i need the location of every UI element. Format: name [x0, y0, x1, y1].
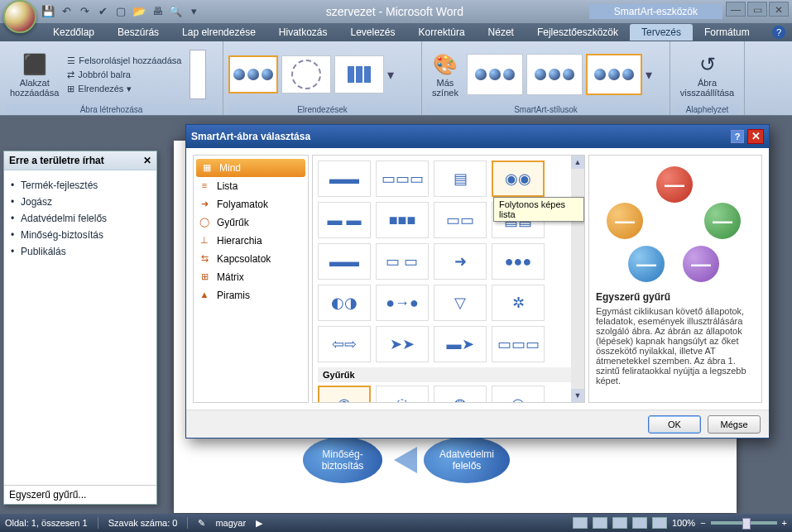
ok-button[interactable]: OK: [648, 415, 701, 434]
status-proofing-icon[interactable]: ✎: [198, 518, 205, 529]
open-icon[interactable]: 📂: [132, 5, 146, 18]
save-icon[interactable]: 💾: [41, 5, 55, 18]
qat-dropdown-icon[interactable]: ▾: [187, 5, 200, 18]
gallery-item[interactable]: ✲: [492, 285, 545, 321]
textpane-item[interactable]: Jogász: [9, 194, 151, 210]
style-option-3[interactable]: [586, 54, 642, 95]
layouts-more-icon[interactable]: ▾: [387, 67, 399, 83]
new-doc-icon[interactable]: ▢: [114, 5, 127, 18]
category-all[interactable]: ▦Mind: [196, 159, 305, 177]
smartart-node-privacy[interactable]: Adatvédelmi felelős: [424, 437, 510, 483]
gallery-item-selected[interactable]: ◉: [318, 386, 371, 403]
status-language[interactable]: magyar: [215, 518, 246, 528]
textpane-item[interactable]: Termék-fejlesztés: [9, 177, 151, 194]
layout-button[interactable]: ⊞Elrendezés ▾: [67, 83, 181, 95]
gallery-item[interactable]: ▭▭: [434, 202, 487, 238]
textpane-toggle[interactable]: [190, 50, 206, 99]
print-icon[interactable]: 🖶: [151, 5, 164, 18]
scroll-up-icon[interactable]: ▲: [571, 156, 584, 169]
gallery-item[interactable]: ●→●: [376, 285, 429, 321]
category-hierarchy[interactable]: ⊥Hierarchia: [194, 232, 308, 250]
zoom-out-icon[interactable]: −: [700, 518, 705, 528]
gallery-scrollbar[interactable]: ▲ ▼: [571, 156, 584, 402]
view-draft-button[interactable]: [652, 517, 667, 529]
tab-insert[interactable]: Beszúrás: [106, 24, 170, 41]
layout-gallery: ▬▬ ▭▭▭ ▤ ◉◉ ▬ ▬ ■■■ ▭▭ ▤▤ ▬▬ ▭ ▭ ➜ ●●● ◐…: [312, 155, 585, 403]
gallery-item[interactable]: ▭▭▭: [492, 326, 545, 362]
gallery-item[interactable]: ▭ ▭: [376, 243, 429, 280]
undo-icon[interactable]: ↶: [60, 5, 73, 18]
view-fullscreen-button[interactable]: [593, 517, 607, 529]
style-option-2[interactable]: [526, 54, 583, 95]
gallery-item[interactable]: ⇦⇨: [318, 326, 371, 362]
textpane-close-icon[interactable]: ✕: [143, 155, 151, 166]
zoom-in-icon[interactable]: +: [782, 518, 787, 528]
tab-format[interactable]: Formátum: [693, 24, 761, 41]
gallery-item[interactable]: ◌: [376, 386, 429, 403]
gallery-item[interactable]: ➤➤: [376, 326, 429, 362]
gallery-item[interactable]: ▽: [434, 285, 487, 321]
office-button[interactable]: [3, 0, 36, 33]
minimize-button[interactable]: —: [726, 2, 746, 17]
dialog-help-icon[interactable]: ?: [731, 130, 744, 143]
textpane-item[interactable]: Adatvédelmi felelős: [9, 210, 151, 227]
status-macro-icon[interactable]: ▶: [256, 518, 262, 529]
view-outline-button[interactable]: [632, 517, 647, 529]
layout-option-1[interactable]: [228, 55, 278, 93]
status-page[interactable]: Oldal: 1, összesen 1: [5, 518, 88, 528]
help-icon[interactable]: ?: [772, 26, 785, 39]
zoom-level[interactable]: 100%: [672, 518, 695, 528]
status-words[interactable]: Szavak száma: 0: [108, 518, 178, 528]
textpane-item[interactable]: Minőség-biztosítás: [9, 227, 151, 243]
zoom-slider[interactable]: [711, 521, 777, 525]
gallery-item[interactable]: ■■■: [376, 202, 429, 238]
reset-graphic-button[interactable]: ↺ Ábra visszaállítása: [675, 50, 739, 99]
tab-design[interactable]: Tervezés: [630, 24, 693, 41]
gallery-item[interactable]: ●●●: [492, 243, 545, 280]
textpane-item[interactable]: Publikálás: [9, 243, 151, 260]
gallery-item[interactable]: ▬ ▬: [318, 202, 371, 238]
add-bullet-button[interactable]: ☰Felsorolásjel hozzáadása: [67, 55, 181, 67]
layout-option-2[interactable]: [281, 55, 331, 93]
gallery-item[interactable]: ▬▬: [318, 161, 371, 197]
gallery-item[interactable]: ▭▭▭: [376, 161, 429, 197]
view-printlayout-button[interactable]: [573, 517, 588, 529]
tab-view[interactable]: Nézet: [477, 24, 526, 41]
redo-icon[interactable]: ↷: [78, 5, 91, 18]
tab-review[interactable]: Korrektúra: [407, 24, 477, 41]
tab-home[interactable]: Kezdőlap: [41, 24, 106, 41]
category-cycle[interactable]: ◯Gyűrűk: [194, 213, 308, 232]
gallery-item[interactable]: ◐◑: [318, 285, 371, 321]
styles-more-icon[interactable]: ▾: [646, 67, 657, 83]
add-shape-button[interactable]: ⬛ Alakzat hozzáadása: [5, 50, 64, 99]
spellcheck-icon[interactable]: ✔: [96, 5, 109, 18]
category-pyramid[interactable]: ▲Piramis: [194, 286, 308, 304]
more-colors-button[interactable]: 🎨 Más színek: [427, 50, 463, 99]
tab-mailings[interactable]: Levelezés: [339, 24, 407, 41]
close-button[interactable]: ✕: [769, 2, 789, 17]
scroll-down-icon[interactable]: ▼: [571, 389, 584, 402]
category-process[interactable]: ➜Folyamatok: [194, 195, 308, 213]
rtl-button[interactable]: ⇄Jobbról balra: [67, 69, 181, 81]
smartart-node-quality[interactable]: Minőség- biztosítás: [303, 437, 382, 483]
preview-icon[interactable]: 🔍: [169, 5, 182, 18]
category-matrix[interactable]: ⊞Mátrix: [194, 268, 308, 286]
gallery-item[interactable]: ◎: [492, 386, 545, 403]
dialog-close-button[interactable]: ✕: [747, 129, 764, 144]
gallery-item-hovered[interactable]: ◉◉: [492, 161, 545, 197]
maximize-button[interactable]: ▭: [747, 2, 767, 17]
category-relationship[interactable]: ⇆Kapcsolatok: [194, 250, 308, 268]
gallery-item[interactable]: ▤: [434, 161, 487, 197]
gallery-item[interactable]: ▬▬: [318, 243, 371, 280]
cancel-button[interactable]: Mégse: [708, 415, 761, 434]
gallery-item[interactable]: ◍: [434, 386, 487, 403]
layout-option-3[interactable]: [334, 55, 384, 93]
tab-references[interactable]: Hivatkozás: [267, 24, 339, 41]
gallery-item[interactable]: ➜: [434, 243, 487, 280]
gallery-item[interactable]: ▬➤: [434, 326, 487, 362]
tab-developer[interactable]: Fejlesztőeszközök: [526, 24, 630, 41]
style-option-1[interactable]: [467, 54, 523, 95]
view-web-button[interactable]: [612, 517, 627, 529]
category-list-type[interactable]: ≡Lista: [194, 177, 308, 195]
tab-pagelayout[interactable]: Lap elrendezése: [170, 24, 267, 41]
